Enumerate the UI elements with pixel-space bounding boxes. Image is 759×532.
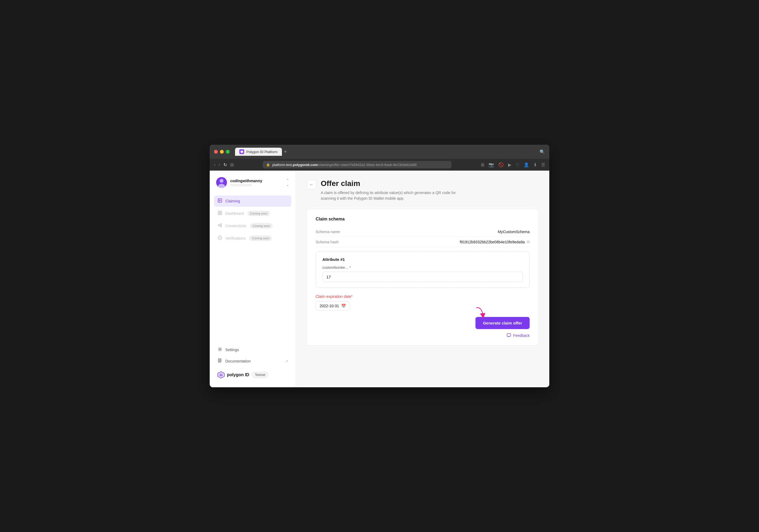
minimize-button[interactable]	[220, 150, 224, 154]
menu-icon[interactable]: ☰	[541, 162, 545, 167]
tab-bar: Polygon ID Platform +	[235, 148, 287, 156]
main-content: ← Offer claim A claim is offered by defi…	[296, 171, 549, 387]
date-value: 2022-10-31	[320, 304, 339, 308]
svg-point-10	[220, 224, 222, 225]
network-badge: Testnet	[252, 372, 268, 378]
sidebar-item-claiming[interactable]: Claiming	[214, 195, 291, 207]
claiming-icon	[217, 198, 222, 204]
search-icon[interactable]: 🔍	[539, 149, 545, 154]
app-body: codingwithmanny ⌃⌄ Claiming	[210, 171, 549, 387]
schema-name-value: MyCustomSchema	[498, 229, 530, 234]
arrow-indicator	[474, 305, 490, 321]
active-tab[interactable]: Polygon ID Platform	[235, 148, 282, 156]
extensions-icon[interactable]: ⊞	[481, 162, 484, 167]
page-header: ← Offer claim A claim is offered by defi…	[307, 179, 539, 201]
address-bar[interactable]: 🔒 platform-test.polygonid.com/claiming/o…	[263, 161, 452, 168]
block-icon[interactable]: 🚫	[499, 162, 504, 167]
titlebar: Polygon ID Platform + 🔍	[210, 145, 549, 159]
address-domain: platform-test.polygonid.com/claiming/off…	[272, 163, 417, 167]
svg-point-13	[220, 349, 221, 350]
svg-rect-6	[220, 211, 222, 213]
external-link-icon: ↗	[285, 359, 288, 363]
brand-name: polygon ID	[227, 372, 249, 377]
dashboard-badge: Coming soon	[248, 211, 270, 216]
claim-schema-title: Claim schema	[316, 217, 530, 222]
username: codingwithmanny	[230, 179, 262, 183]
profile-icon[interactable]: 👤	[524, 162, 529, 167]
user-info: codingwithmanny	[216, 177, 262, 188]
polygon-logo: ID polygon ID	[217, 371, 249, 379]
connections-label: Connections	[225, 224, 246, 228]
svg-point-9	[218, 225, 220, 226]
verifications-icon	[217, 235, 222, 241]
svg-text:ID: ID	[220, 374, 222, 377]
username-subtitle	[230, 184, 252, 186]
page-subtitle: A claim is offered by defining its attri…	[321, 190, 472, 201]
addressbar: ‹ › ↻ ⊞ 🔒 platform-test.polygonid.com/cl…	[210, 159, 549, 171]
refresh-button[interactable]: ↻	[223, 162, 227, 167]
user-details: codingwithmanny	[230, 179, 262, 186]
tab-favicon	[239, 149, 244, 154]
documentation-icon	[217, 358, 222, 364]
dashboard-icon	[217, 211, 222, 217]
page-title: Offer claim	[321, 179, 472, 188]
user-chevron-icon[interactable]: ⌃⌄	[286, 178, 289, 187]
new-tab-button[interactable]: +	[284, 149, 287, 155]
screenshot-icon[interactable]: 📷	[489, 162, 494, 167]
expiry-section: Claim expiration date* 2022-10-31 📅	[316, 294, 530, 310]
play-icon[interactable]: ▶	[508, 162, 511, 167]
avatar	[216, 177, 227, 188]
attribute-value-input[interactable]	[322, 272, 523, 282]
calendar-icon: 📅	[341, 304, 346, 308]
feedback-area: Feedback	[316, 329, 530, 338]
date-input-wrapper[interactable]: 2022-10-31 📅	[316, 301, 350, 310]
feedback-label: Feedback	[513, 333, 530, 338]
svg-point-11	[220, 226, 222, 227]
lock-icon: 🔒	[266, 163, 270, 167]
svg-rect-5	[218, 211, 220, 213]
button-area: Generate claim offer	[316, 317, 530, 329]
schema-name-label: Schema name	[316, 229, 340, 234]
copy-hash-button[interactable]: ⧉	[527, 240, 530, 244]
sidebar-item-documentation[interactable]: Documentation ↗	[214, 355, 291, 367]
feedback-button[interactable]: Feedback	[507, 333, 530, 338]
verifications-badge: Coming soon	[249, 236, 272, 241]
user-section: codingwithmanny ⌃⌄	[214, 177, 291, 188]
documentation-label: Documentation	[225, 359, 251, 363]
brand-section: ID polygon ID Testnet	[214, 367, 291, 381]
svg-marker-0	[240, 150, 243, 153]
settings-icon	[217, 347, 222, 353]
sidebar-item-dashboard[interactable]: Dashboard Coming soon	[214, 208, 291, 219]
settings-label: Settings	[225, 348, 239, 352]
dashboard-label: Dashboard	[225, 211, 244, 216]
toolbar-icons: ⊞ 📷 🚫 ▶ ♡ 👤 ⬇ ☰	[481, 162, 545, 167]
connections-icon	[217, 223, 222, 229]
svg-point-2	[220, 179, 223, 183]
schema-hash-label: Schema hash	[316, 240, 339, 244]
close-button[interactable]	[214, 150, 218, 154]
sidebar-item-connections[interactable]: Connections Coming soon	[214, 220, 291, 231]
back-nav-button[interactable]: ‹	[214, 162, 215, 167]
sidebar-bottom: Settings Documentation ↗ ID	[214, 344, 291, 381]
maximize-button[interactable]	[226, 150, 230, 154]
connections-badge: Coming soon	[250, 224, 272, 228]
claim-schema-card: Claim schema Schema name MyCustomSchema …	[307, 209, 539, 346]
polygon-logo-icon: ID	[217, 371, 225, 379]
home-button[interactable]: ⊞	[230, 162, 234, 167]
sidebar-item-verifications[interactable]: Verifications Coming soon	[214, 232, 291, 244]
page-title-block: Offer claim A claim is offered by defini…	[321, 179, 472, 201]
schema-name-row: Schema name MyCustomSchema	[316, 227, 530, 237]
tab-title: Polygon ID Platform	[246, 150, 278, 154]
download-icon[interactable]: ⬇	[534, 162, 537, 167]
expiry-required-mark: *	[351, 294, 352, 299]
attribute-box: Attribute #1 customNumbe… *	[316, 251, 530, 288]
app-window: Polygon ID Platform + 🔍 ‹ › ↻ ⊞ 🔒 platfo…	[210, 145, 549, 387]
attribute-title: Attribute #1	[322, 257, 523, 262]
heart-icon[interactable]: ♡	[516, 162, 519, 167]
svg-rect-8	[220, 213, 222, 215]
forward-nav-button[interactable]: ›	[219, 162, 220, 167]
sidebar: codingwithmanny ⌃⌄ Claiming	[210, 171, 296, 387]
sidebar-item-settings[interactable]: Settings	[214, 344, 291, 355]
back-button[interactable]: ←	[307, 180, 316, 189]
svg-rect-18	[507, 334, 511, 336]
